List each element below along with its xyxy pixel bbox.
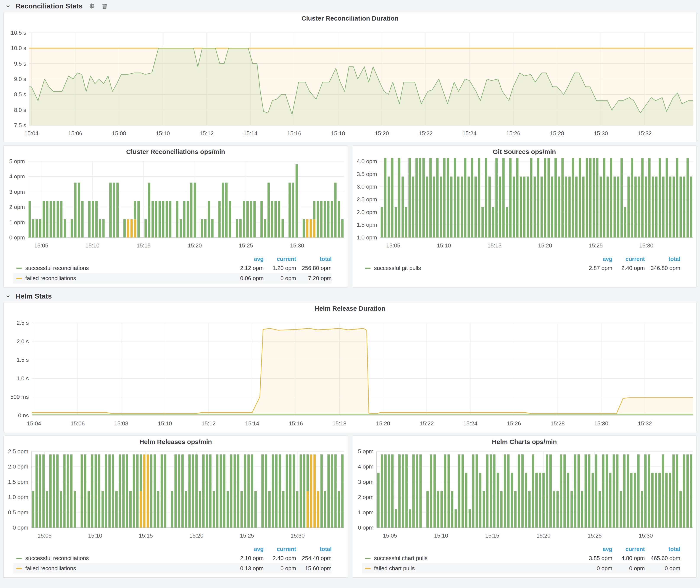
series-dash-yellow-icon [16, 278, 22, 279]
svg-text:3 opm: 3 opm [358, 479, 374, 485]
svg-text:2 opm: 2 opm [9, 204, 25, 210]
legend-avg-value: 2.10 opm [231, 555, 264, 562]
panel-title[interactable]: Cluster Reconciliations ops/min [4, 146, 348, 158]
section-header-reconciliation-stats[interactable]: Reconciliation Stats [3, 0, 697, 12]
legend-avg-value: 3.85 opm [580, 555, 612, 562]
panel-title[interactable]: Helm Releases ops/min [4, 436, 348, 448]
legend-header-total[interactable]: total [645, 256, 680, 262]
svg-text:1.5 s: 1.5 s [17, 357, 29, 363]
svg-text:15:05: 15:05 [34, 242, 48, 249]
panel-helm-releases-ops: Helm Releases ops/min 15:0515:1015:1515:… [3, 436, 348, 578]
panel-title[interactable]: Cluster Reconciliation Duration [4, 12, 696, 24]
legend-row: failed reconciliations 0.06 opm 0 opm 7.… [13, 273, 332, 283]
helm-releases-ops-chart[interactable]: 15:0515:1015:1515:2015:2515:300 opm0.5 o… [4, 448, 348, 544]
legend-label[interactable]: successful chart pulls [374, 555, 580, 562]
svg-text:3.0 opm: 3.0 opm [357, 183, 377, 190]
svg-text:15:04: 15:04 [24, 130, 39, 137]
legend-current-value: 1.20 opm [264, 265, 296, 271]
legend: avg current total successful chart pulls… [352, 544, 696, 573]
panel-git-sources-ops: Git Sources ops/min 15:0515:1015:1515:20… [352, 145, 697, 288]
section-title[interactable]: Helm Stats [16, 292, 52, 300]
legend-header-avg[interactable]: avg [580, 546, 612, 552]
svg-text:2.5 opm: 2.5 opm [8, 448, 28, 455]
legend-header-row: avg current total [362, 255, 680, 263]
panel-title[interactable]: Helm Release Duration [4, 302, 696, 315]
git-sources-ops-chart[interactable]: 15:0515:1015:1515:2015:2515:301.0 opm1.5… [352, 158, 696, 254]
svg-text:0.5 opm: 0.5 opm [8, 509, 28, 516]
cluster-reconciliations-ops-chart[interactable]: 15:0515:1015:1515:2015:2515:300 opm1 opm… [4, 158, 348, 254]
legend-total-value: 346.80 opm [645, 265, 680, 271]
legend-current-value: 2.40 opm [612, 265, 645, 271]
legend-header-total[interactable]: total [296, 546, 332, 552]
svg-text:15:05: 15:05 [383, 532, 397, 539]
svg-text:15:08: 15:08 [112, 130, 126, 137]
gear-icon[interactable] [88, 2, 96, 10]
svg-text:15:32: 15:32 [638, 130, 652, 137]
series-dash-yellow-icon [16, 568, 22, 569]
panel-helm-charts-ops: Helm Charts ops/min 15:0515:1015:1515:20… [352, 436, 697, 578]
legend-header-row: avg current total [13, 255, 332, 263]
svg-text:15:20: 15:20 [376, 420, 390, 427]
legend-avg-value: 0.06 opm [231, 275, 264, 282]
svg-text:15:25: 15:25 [588, 532, 602, 539]
legend-header-avg[interactable]: avg [580, 256, 612, 262]
legend-label[interactable]: successful git pulls [374, 265, 580, 271]
legend-header-current[interactable]: current [264, 256, 296, 262]
svg-text:15:14: 15:14 [245, 420, 259, 427]
legend-label[interactable]: failed reconciliations [25, 565, 231, 572]
trash-icon[interactable] [101, 2, 109, 10]
series-dash-green-icon [16, 558, 22, 559]
svg-text:1.0 opm: 1.0 opm [357, 234, 377, 241]
legend-label[interactable]: failed reconciliations [25, 275, 231, 282]
svg-text:4.0 opm: 4.0 opm [357, 158, 377, 165]
svg-text:15:25: 15:25 [239, 242, 253, 249]
section-title[interactable]: Reconciliation Stats [16, 2, 83, 10]
svg-text:15:20: 15:20 [538, 242, 552, 249]
svg-text:4 opm: 4 opm [9, 173, 25, 180]
svg-text:15:10: 15:10 [88, 532, 102, 539]
legend-label[interactable]: successful reconciliations [25, 265, 231, 271]
svg-text:2.0 opm: 2.0 opm [357, 209, 377, 215]
panel-title[interactable]: Helm Charts ops/min [352, 436, 696, 448]
svg-text:3 opm: 3 opm [9, 189, 25, 195]
legend-current-value: 0 opm [264, 565, 296, 572]
legend-avg-value: 0 opm [580, 565, 612, 572]
svg-text:9.0 s: 9.0 s [14, 76, 26, 82]
svg-text:1.5 opm: 1.5 opm [357, 221, 377, 228]
svg-text:15:30: 15:30 [639, 532, 653, 539]
legend-row: successful reconciliations 2.10 opm 2.40… [13, 553, 332, 563]
legend-header-avg[interactable]: avg [231, 546, 264, 552]
helm-charts-ops-chart[interactable]: 15:0515:1015:1515:2015:2515:300 opm1 opm… [352, 448, 696, 544]
helm-release-duration-chart[interactable]: 15:0415:0615:0815:1015:1215:1415:1615:18… [4, 315, 696, 431]
svg-text:15:30: 15:30 [639, 242, 653, 249]
svg-text:15:24: 15:24 [462, 130, 476, 137]
legend-header-total[interactable]: total [296, 256, 332, 262]
legend-label[interactable]: successful reconciliations [25, 555, 231, 562]
svg-text:15:22: 15:22 [420, 420, 434, 427]
svg-text:15:10: 15:10 [434, 532, 448, 539]
legend-row: successful reconciliations 2.12 opm 1.20… [13, 263, 332, 273]
svg-text:15:08: 15:08 [114, 420, 128, 427]
svg-text:15:32: 15:32 [638, 420, 652, 427]
section-header-helm-stats[interactable]: Helm Stats [3, 290, 697, 302]
svg-text:15:12: 15:12 [200, 130, 214, 137]
svg-text:15:22: 15:22 [419, 130, 433, 137]
panel-cluster-reconciliations-ops: Cluster Reconciliations ops/min 15:0515:… [3, 145, 348, 288]
legend-avg-value: 2.12 opm [231, 265, 264, 271]
svg-text:1.0 s: 1.0 s [17, 375, 29, 382]
legend-header-total[interactable]: total [645, 546, 680, 552]
panel-title[interactable]: Git Sources ops/min [352, 146, 696, 158]
svg-text:15:06: 15:06 [71, 420, 85, 427]
legend-total-value: 15.60 opm [296, 565, 332, 572]
chevron-down-icon[interactable] [5, 293, 12, 299]
legend-label[interactable]: failed chart pulls [374, 565, 580, 572]
legend-header-current[interactable]: current [612, 546, 645, 552]
cluster-reconciliation-duration-chart[interactable]: 15:0415:0615:0815:1015:1215:1415:1615:18… [4, 24, 696, 141]
legend-header-avg[interactable]: avg [231, 256, 264, 262]
legend-header-current[interactable]: current [612, 256, 645, 262]
svg-text:1 opm: 1 opm [9, 219, 25, 226]
legend-header-current[interactable]: current [264, 546, 296, 552]
svg-text:15:12: 15:12 [202, 420, 216, 427]
chevron-down-icon[interactable] [5, 3, 12, 9]
svg-text:15:30: 15:30 [290, 242, 304, 249]
